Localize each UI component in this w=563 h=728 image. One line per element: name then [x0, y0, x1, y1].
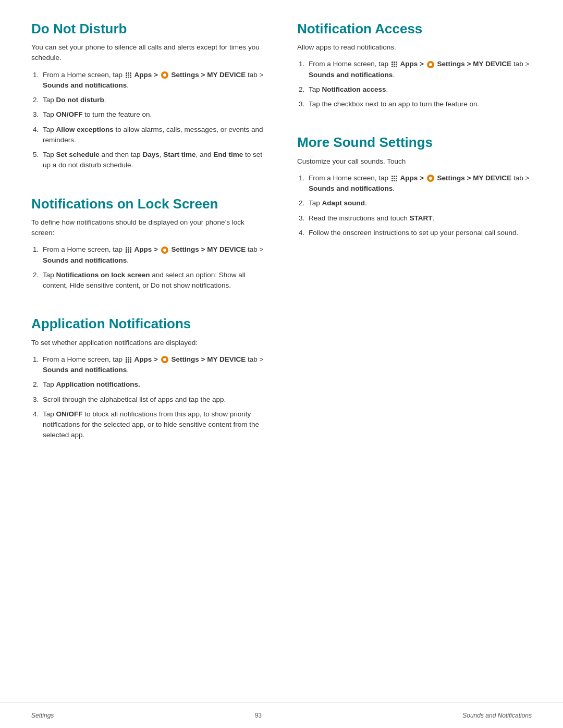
settings-circle-icon: [427, 175, 434, 182]
do-not-disturb-title: Do Not Disturb: [31, 21, 266, 37]
section-do-not-disturb: Do Not Disturb You can set your phone to…: [31, 21, 266, 175]
notification-access-intro: Allow apps to read notifications.: [297, 42, 532, 53]
notification-access-steps: From a Home screen, tap Apps > Settings …: [307, 59, 532, 109]
list-item: Tap Notifications on lock screen and sel…: [41, 270, 266, 291]
list-item: Tap the checkbox next to an app to turn …: [307, 99, 532, 109]
apps-grid-icon: [126, 357, 131, 363]
list-item: From a Home screen, tap Apps > Settings …: [41, 70, 266, 91]
list-item: From a Home screen, tap Apps > Settings …: [307, 173, 532, 194]
section-more-sound-settings: More Sound Settings Customize your call …: [297, 134, 532, 242]
list-item: Tap Adapt sound.: [307, 198, 532, 208]
list-item: Tap Set schedule and then tap Days, Star…: [41, 150, 266, 171]
notifications-lock-screen-intro: To define how notifications should be di…: [31, 217, 266, 239]
list-item: From a Home screen, tap Apps > Settings …: [307, 59, 532, 80]
list-item: Tap Application notifications.: [41, 379, 266, 390]
settings-circle-icon: [161, 71, 168, 79]
notification-access-title: Notification Access: [297, 21, 532, 37]
section-application-notifications: Application Notifications To set whether…: [31, 316, 266, 445]
list-item: Tap Notification access.: [307, 84, 532, 95]
list-item: From a Home screen, tap Apps > Settings …: [41, 354, 266, 376]
notifications-lock-screen-steps: From a Home screen, tap Apps > Settings …: [41, 244, 266, 291]
apps-grid-icon: [126, 247, 131, 253]
footer-right-label: Sounds and Notifications: [462, 712, 532, 719]
footer-left-label: Settings: [31, 712, 54, 719]
settings-circle-icon: [161, 356, 168, 363]
do-not-disturb-intro: You can set your phone to silence all ca…: [31, 42, 266, 64]
list-item: Scroll through the alphabetical list of …: [41, 394, 266, 405]
application-notifications-title: Application Notifications: [31, 316, 266, 332]
list-item: Tap Allow exceptions to allow alarms, ca…: [41, 125, 266, 146]
apps-grid-icon: [126, 72, 131, 78]
notifications-lock-screen-title: Notifications on Lock Screen: [31, 196, 266, 212]
more-sound-settings-intro: Customize your call sounds. Touch: [297, 156, 532, 167]
list-item: Follow the onscreen instructions to set …: [307, 228, 532, 238]
list-item: Tap ON/OFF to turn the feature on.: [41, 109, 266, 120]
application-notifications-steps: From a Home screen, tap Apps > Settings …: [41, 354, 266, 441]
page-footer: Settings 93 Sounds and Notifications: [0, 702, 563, 728]
page-content: Do Not Disturb You can set your phone to…: [0, 0, 563, 489]
settings-circle-icon: [161, 246, 168, 254]
settings-circle-icon: [427, 61, 434, 68]
more-sound-settings-title: More Sound Settings: [297, 134, 532, 151]
section-notifications-lock-screen: Notifications on Lock Screen To define h…: [31, 196, 266, 295]
list-item: From a Home screen, tap Apps > Settings …: [41, 244, 266, 266]
application-notifications-intro: To set whether application notifications…: [31, 338, 266, 348]
left-column: Do Not Disturb You can set your phone to…: [31, 21, 266, 447]
page-number: 93: [255, 712, 262, 719]
right-column: Notification Access Allow apps to read n…: [297, 21, 532, 447]
apps-grid-icon: [391, 61, 397, 67]
section-notification-access: Notification Access Allow apps to read n…: [297, 21, 532, 114]
list-item: Tap ON/OFF to block all notifications fr…: [41, 409, 266, 441]
list-item: Tap Do not disturb.: [41, 95, 266, 105]
list-item: Read the instructions and touch START.: [307, 213, 532, 224]
do-not-disturb-steps: From a Home screen, tap Apps > Settings …: [41, 70, 266, 171]
more-sound-settings-steps: From a Home screen, tap Apps > Settings …: [307, 173, 532, 238]
apps-grid-icon: [391, 176, 397, 181]
